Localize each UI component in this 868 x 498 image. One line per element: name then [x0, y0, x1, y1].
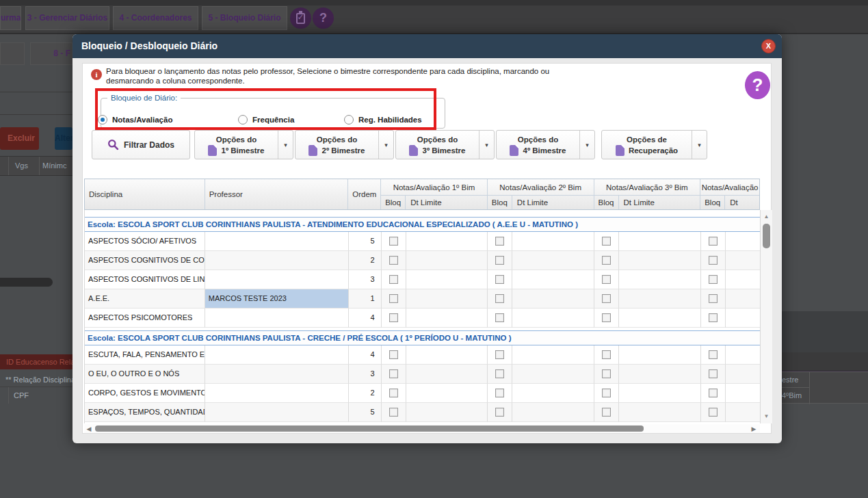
help-circle-icon: ?: [313, 8, 334, 29]
filtrar-dados-button[interactable]: Filtrar Dados: [92, 130, 190, 159]
bloq-checkbox[interactable]: [495, 389, 504, 397]
dropdown-arrow-icon[interactable]: ▾: [479, 131, 494, 159]
opcoes-4-bimestre-button[interactable]: Opções do 4º Bimestre: [497, 131, 579, 159]
bloq-checkbox[interactable]: [709, 313, 718, 322]
professor-cell[interactable]: [205, 232, 349, 251]
bloq-checkbox[interactable]: [602, 313, 611, 322]
group-label: Notas/Avaliação 1º Bim: [381, 179, 487, 196]
bloq-cell: [382, 289, 406, 309]
bloqueio-desbloqueio-dialog: Bloqueio / Desbloqueio Diário X i Para b…: [73, 34, 782, 443]
bloq-cell: [594, 251, 619, 270]
bloq-checkbox[interactable]: [495, 408, 504, 417]
bloq-checkbox[interactable]: [389, 408, 398, 417]
professor-cell[interactable]: [205, 270, 349, 289]
bloq-checkbox[interactable]: [709, 294, 718, 303]
disciplina-cell: CORPO, GESTOS E MOVIMENTOS: [85, 384, 205, 403]
bg-col-vgs: Vgs: [15, 157, 28, 175]
dialog-titlebar[interactable]: Bloqueio / Desbloqueio Diário X: [73, 34, 782, 58]
bloq-checkbox[interactable]: [389, 275, 398, 284]
bloq-checkbox[interactable]: [602, 350, 611, 359]
ordem-cell: 5: [349, 232, 382, 251]
bloq-checkbox[interactable]: [389, 350, 398, 359]
scroll-left-icon[interactable]: ◀: [84, 425, 94, 432]
disciplina-cell: ASPECTOS COGNITIVOS DE LINGU: [85, 270, 205, 289]
bloq-checkbox[interactable]: [709, 389, 718, 397]
bloq-checkbox[interactable]: [602, 237, 611, 246]
dropdown-arrow-icon[interactable]: ▾: [378, 131, 393, 159]
vertical-scroll-thumb[interactable]: [763, 224, 770, 248]
bloq-checkbox[interactable]: [602, 275, 611, 284]
vertical-scrollbar[interactable]: ▲ ▼: [760, 210, 772, 423]
group-label: Notas/Avaliação 3º Bim: [594, 179, 700, 196]
bloq-checkbox[interactable]: [495, 237, 504, 246]
opcoes-recuperacao-button[interactable]: Opções de Recuperação: [602, 131, 692, 159]
help-icon[interactable]: ?: [745, 71, 770, 99]
bloq-checkbox[interactable]: [709, 350, 718, 359]
bloq-checkbox[interactable]: [389, 369, 398, 378]
dt-limite-cell: [406, 232, 488, 251]
tab-coordenadores: 4 - Coordenadores: [113, 6, 198, 30]
dropdown-arrow-icon[interactable]: ▾: [278, 131, 293, 159]
bloq-checkbox[interactable]: [495, 313, 504, 322]
opcoes-2-bimestre-button[interactable]: Opções do 2º Bimestre: [295, 131, 378, 159]
bloq-checkbox[interactable]: [709, 369, 718, 378]
dropdown-arrow-icon[interactable]: ▾: [692, 131, 707, 159]
bloq-cell: [594, 345, 619, 365]
bloq-cell: [488, 365, 512, 384]
bloq-checkbox[interactable]: [495, 256, 504, 265]
dt-limite-cell: [619, 289, 701, 309]
table-header: Disciplina Professor Ordem Notas/Avaliaç…: [84, 179, 760, 210]
bloq-checkbox[interactable]: [602, 369, 611, 378]
bloq-checkbox[interactable]: [495, 294, 504, 303]
bloq-checkbox[interactable]: [389, 294, 398, 303]
bloq-checkbox[interactable]: [389, 256, 398, 265]
bloq-cell: [701, 289, 726, 309]
opcoes-3-bimestre-group: Opções do 3º Bimestre ▾: [395, 130, 495, 159]
close-icon[interactable]: X: [761, 39, 776, 53]
bg-col-minimo: Mínimc: [42, 157, 66, 175]
bloq-checkbox[interactable]: [495, 350, 504, 359]
scroll-down-icon[interactable]: ▼: [761, 411, 772, 422]
professor-cell[interactable]: [205, 403, 349, 422]
bloq-checkbox[interactable]: [495, 275, 504, 284]
bloq-checkbox[interactable]: [602, 256, 611, 265]
dropdown-arrow-icon[interactable]: ▾: [579, 131, 594, 159]
table-body: Escola: ESCOLA SPORT CLUB CORINTHIANS PA…: [84, 210, 760, 423]
bloq-checkbox[interactable]: [709, 256, 718, 265]
bloq-checkbox[interactable]: [602, 408, 611, 417]
bloq-checkbox[interactable]: [495, 369, 504, 378]
professor-cell[interactable]: MARCOS TESTE 2023: [205, 289, 349, 309]
bloq-cell: [488, 270, 512, 289]
opcoes-1-bimestre-button[interactable]: Opções do 1º Bimestre: [195, 131, 278, 159]
bloq-checkbox[interactable]: [709, 408, 718, 417]
col-professor: Professor: [205, 179, 349, 209]
info-line1: Para bloquear o lançamento das notas pel…: [106, 66, 549, 76]
bloq-cell: [382, 403, 406, 422]
professor-cell[interactable]: [205, 251, 349, 270]
bloq-checkbox[interactable]: [389, 313, 398, 322]
professor-cell[interactable]: [205, 345, 349, 365]
opcoes-3-bimestre-button[interactable]: Opções do 3º Bimestre: [396, 131, 479, 159]
check-glyph: ✓: [290, 12, 311, 23]
bloq-checkbox[interactable]: [709, 237, 718, 246]
professor-cell[interactable]: [205, 365, 349, 384]
bloq-checkbox[interactable]: [709, 275, 718, 284]
col-bloq: Bloq: [594, 196, 619, 209]
disciplina-cell: ESCUTA, FALA, PENSAMENTO E IM: [85, 345, 205, 365]
horizontal-scrollbar[interactable]: ◀ ▶: [84, 424, 760, 433]
scroll-up-icon[interactable]: ▲: [761, 211, 772, 222]
horizontal-scroll-thumb[interactable]: [95, 425, 644, 432]
bloq-checkbox[interactable]: [389, 389, 398, 397]
clipboard-check-icon: ✓: [290, 8, 311, 29]
bloq-cell: [382, 309, 406, 328]
bloq-checkbox[interactable]: [602, 389, 611, 397]
disciplina-cell: ASPECTOS PSICOMOTORES: [85, 309, 205, 328]
professor-cell[interactable]: [205, 309, 349, 328]
alterar-button: Alter: [55, 127, 73, 150]
professor-cell[interactable]: [205, 384, 349, 403]
bloq-cell: [701, 270, 726, 289]
scroll-right-icon[interactable]: ▶: [749, 425, 759, 432]
bloq-checkbox[interactable]: [389, 237, 398, 246]
background-topbar: urma 3 - Gerenciar Diários 4 - Coordenad…: [0, 0, 868, 34]
bloq-checkbox[interactable]: [602, 294, 611, 303]
